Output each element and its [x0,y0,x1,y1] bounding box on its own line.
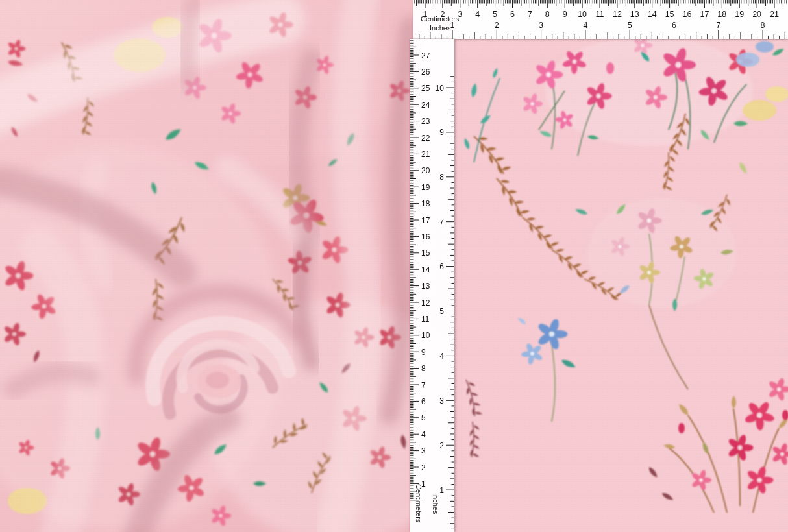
inch-number: 2 [439,441,444,450]
horizontal-ruler: 1234567891011121314151617181920211234567… [413,0,788,39]
cm-number: 15 [421,248,430,258]
cm-number: 3 [421,446,426,455]
cm-number: 18 [421,199,430,208]
cm-number: 10 [421,331,430,340]
cm-number: 9 [421,348,426,357]
cm-number: 26 [421,67,430,77]
cm-number: 22 [421,134,430,143]
cm-number: 23 [421,117,430,126]
vruler-inches-label: Inches [432,493,439,514]
cm-number: 4 [475,10,480,19]
vertical-ruler-scale: 2726252423222120191817161514131211109876… [410,39,454,532]
cm-number: 2 [421,463,426,472]
cm-number: 5 [421,413,426,422]
inch-number: 7 [716,21,720,30]
cm-number: 10 [578,10,587,19]
cm-number: 14 [421,265,430,274]
cm-number: 13 [630,10,639,19]
inch-number: 2 [495,21,499,30]
cm-number: 7 [528,10,532,19]
cm-number: 20 [752,10,761,19]
cm-number: 17 [421,216,430,225]
fabric-flat [454,0,788,532]
vertical-ruler: 2726252423222120191817161514131211109876… [410,39,454,532]
cm-number: 19 [735,10,744,19]
inch-number: 5 [439,307,444,316]
cm-number: 16 [683,10,692,19]
cm-number: 7 [421,381,426,390]
cm-number: 16 [421,232,430,241]
inch-number: 10 [436,84,445,93]
cm-number: 27 [421,51,430,60]
inch-number: 8 [439,173,444,182]
cm-number: 13 [421,282,430,291]
fabric-photo: 1234567891011121314151617181920211234567… [0,0,788,532]
cm-number: 18 [717,10,726,19]
cm-number: 4 [421,430,426,439]
cm-number: 9 [563,10,567,19]
cm-number: 21 [421,150,430,159]
inch-number: 8 [761,21,765,30]
inch-number: 6 [672,21,676,30]
inch-number: 3 [539,21,543,30]
cm-number: 12 [421,298,430,308]
hruler-inches-label: Inches [430,24,450,32]
inch-number: 7 [439,217,444,226]
cm-number: 21 [770,10,779,19]
cm-number: 11 [421,315,430,324]
cm-number: 12 [613,10,622,19]
cm-number: 14 [648,10,657,19]
cm-number: 5 [493,10,497,19]
inch-number: 5 [628,21,632,30]
cm-number: 17 [700,10,709,19]
inch-number: 3 [439,396,444,405]
hruler-centimeters-label: Centimeters [421,15,459,23]
cm-number: 6 [510,10,515,19]
inch-number: 4 [583,21,587,30]
cm-number: 20 [421,166,430,175]
vruler-centimeters-label: Centimeters [415,484,423,522]
horizontal-ruler-scale: 1234567891011121314151617181920211234567… [413,0,788,39]
inch-number: 1 [439,486,444,495]
cm-number: 19 [421,183,430,192]
cm-number: 11 [596,10,604,19]
cm-number: 8 [545,10,550,19]
cm-number: 8 [421,364,426,373]
fabric-draped [0,0,454,532]
cm-number: 25 [421,84,430,93]
inch-number: 4 [439,352,444,361]
cm-number: 24 [421,101,430,110]
inch-number: 6 [439,262,444,271]
cm-number: 6 [421,397,426,406]
cm-number: 15 [665,10,674,19]
inch-number: 9 [439,128,444,137]
